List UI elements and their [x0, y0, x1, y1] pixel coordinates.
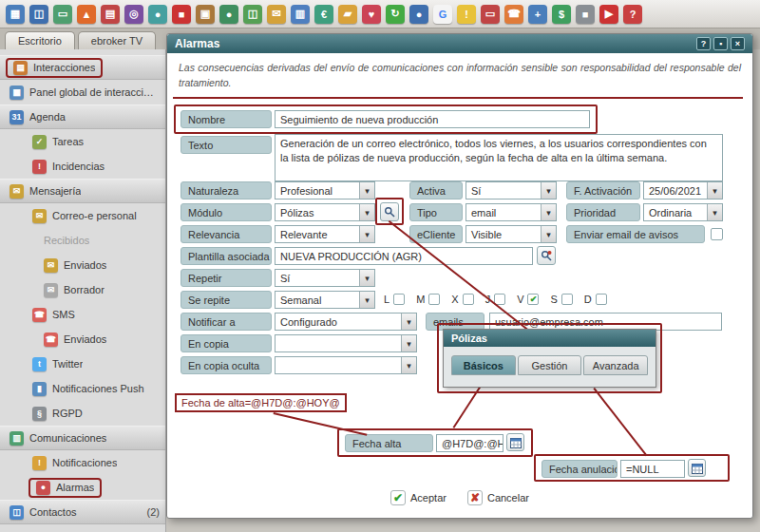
sidebar-item-incidencias[interactable]: !Incidencias: [0, 154, 165, 179]
day-checkbox-D[interactable]: [596, 294, 607, 305]
agenda-icon[interactable]: ◫: [29, 5, 48, 24]
prioridad-select[interactable]: Ordinaria: [643, 203, 723, 221]
kanban-icon[interactable]: ▤: [101, 5, 120, 24]
plantilla-lookup-button[interactable]: [537, 246, 556, 265]
tab-ebroker-tv[interactable]: ebroker TV: [78, 31, 156, 49]
money-icon[interactable]: $: [552, 5, 571, 24]
calendar-icon[interactable]: ▦: [6, 5, 25, 24]
sidebar-item-borrador[interactable]: ✉Borrador: [0, 277, 165, 302]
f-activacion-date-input[interactable]: 25/06/2021: [643, 181, 723, 200]
lock-icon[interactable]: ■: [576, 5, 595, 24]
naturaleza-label: Naturaleza: [180, 181, 272, 200]
help-icon[interactable]: ?: [623, 5, 642, 24]
team-icon[interactable]: ◫: [243, 5, 262, 24]
plantilla-input[interactable]: NUEVA PRODUCCIÓN (AGR): [275, 247, 533, 265]
sidebar-item-recibidos[interactable]: Recibidos: [0, 228, 165, 253]
tools-icon[interactable]: +: [528, 5, 547, 24]
tab-escritorio[interactable]: Escritorio: [5, 31, 75, 49]
cancel-button[interactable]: ✘ Cancelar: [467, 490, 529, 505]
fecha-alta-input[interactable]: @H7D@:@HC: [436, 434, 504, 452]
day-checkbox-S[interactable]: [561, 294, 573, 305]
modulo-label: Módulo: [180, 203, 272, 221]
sidebar-item-contactos[interactable]: ◫Contactos(2): [0, 500, 165, 524]
x-icon: ✘: [467, 490, 483, 505]
network-icon[interactable]: ●: [409, 5, 428, 24]
dialog-titlebar[interactable]: Alarmas ? ▪ ×: [167, 34, 752, 53]
naturaleza-select[interactable]: Profesional: [275, 181, 375, 200]
tipo-select[interactable]: email: [466, 203, 557, 221]
modulo-select[interactable]: Pólizas: [275, 203, 375, 221]
texto-textarea[interactable]: Generación de un correo electrónico, tod…: [275, 134, 723, 181]
polizas-panel-titlebar[interactable]: Pólizas: [444, 330, 656, 347]
sidebar-item-tareas[interactable]: ✓Tareas: [0, 129, 165, 154]
sidebar-item-sms[interactable]: ☎SMS: [0, 302, 165, 327]
en-copia-oculta-label: En copia oculta: [180, 356, 272, 374]
archive-icon[interactable]: ▣: [196, 5, 215, 24]
sidebar-item-mensajeria[interactable]: ✉Mensajería: [0, 179, 165, 203]
sync-icon[interactable]: ↻: [386, 5, 405, 24]
notificar-a-select[interactable]: Configurado: [275, 313, 417, 331]
day-checkbox-L[interactable]: [393, 294, 405, 305]
en-copia-oculta-select[interactable]: [275, 356, 417, 374]
sidebar-item-label: Mensajería: [29, 185, 81, 197]
sidebar-item-alarmas[interactable]: ●Alarmas: [0, 475, 165, 500]
euro-icon[interactable]: €: [314, 5, 333, 24]
sidebar-item-panel-global[interactable]: ▦Panel global de interacciones: [0, 80, 165, 104]
day-checkbox-J[interactable]: [494, 294, 505, 305]
modulo-lookup-button[interactable]: [380, 202, 399, 221]
video-icon[interactable]: ▶: [599, 5, 618, 24]
day-checkbox-V[interactable]: ✔: [527, 294, 539, 305]
enviar-avisos-checkbox[interactable]: [711, 228, 723, 240]
idea-icon[interactable]: !: [457, 5, 476, 24]
google-icon[interactable]: G: [433, 5, 452, 24]
favorites-icon[interactable]: ♥: [362, 5, 381, 24]
day-label-M: M: [416, 294, 425, 305]
magnifier-icon: [384, 206, 395, 218]
fecha-anulacion-calendar-button[interactable]: [688, 459, 706, 477]
sidebar-item-notificaciones-push[interactable]: ▮Notificaciones Push: [0, 376, 165, 401]
print-icon[interactable]: ▭: [481, 5, 500, 24]
mail-icon[interactable]: ✉: [267, 5, 286, 24]
folder-icon[interactable]: ▰: [338, 5, 357, 24]
polizas-tab-avanzada[interactable]: Avanzada: [583, 355, 648, 375]
relevancia-select[interactable]: Relevante: [275, 225, 375, 243]
fecha-alta-calendar-button[interactable]: [506, 433, 524, 451]
sidebar-item-agenda[interactable]: 31Agenda: [0, 104, 165, 129]
help-button[interactable]: ?: [696, 37, 711, 50]
globe-icon[interactable]: ●: [219, 5, 238, 24]
sidebar-item-sms-enviados[interactable]: ☎Enviados: [0, 327, 165, 352]
flame-icon[interactable]: ▲: [77, 5, 96, 24]
se-repite-select[interactable]: Semanal: [275, 291, 375, 309]
day-checkbox-M[interactable]: [428, 294, 440, 305]
en-copia-select[interactable]: [275, 334, 417, 352]
ecliente-select[interactable]: Visible: [466, 225, 557, 243]
close-button[interactable]: ×: [731, 37, 745, 50]
sidebar-item-enviados[interactable]: ✉Enviados: [0, 253, 165, 277]
communications-icon: ▥: [10, 431, 24, 446]
sidebar-item-comunicaciones[interactable]: ▥Comunicaciones: [0, 426, 165, 450]
desktop-icon[interactable]: ▭: [53, 5, 72, 24]
calendar-icon: [692, 463, 703, 474]
sidebar-item-twitter[interactable]: tTwitter: [0, 352, 165, 376]
minimize-button[interactable]: ▪: [713, 37, 728, 50]
day-label-D: D: [584, 294, 592, 305]
sidebar-item-correo-personal[interactable]: ✉Correo-e personal: [0, 203, 165, 228]
chart-icon[interactable]: ▥: [291, 5, 310, 24]
sidebar-item-notificaciones[interactable]: !Notificaciones: [0, 450, 165, 475]
repetir-select[interactable]: Sí: [275, 269, 375, 287]
sidebar-item-count: (2): [147, 506, 160, 518]
clock-icon[interactable]: ●: [148, 5, 167, 24]
day-checkbox-X[interactable]: [463, 294, 474, 305]
phone-icon[interactable]: ☎: [504, 5, 523, 24]
texto-label: Texto: [180, 136, 272, 154]
sidebar-item-rgpd[interactable]: §RGPD: [0, 401, 165, 426]
fecha-anulacion-input[interactable]: =NULL: [620, 460, 685, 478]
accept-button[interactable]: ✔ Aceptar: [390, 490, 446, 505]
polizas-tab-gestión[interactable]: Gestión: [518, 355, 582, 375]
sidebar-item-interacciones[interactable]: ▤Interacciones: [0, 55, 165, 80]
polizas-tab-básicos[interactable]: Básicos: [451, 355, 516, 375]
nombre-input[interactable]: Seguimiento de nueva producción: [275, 110, 590, 128]
stop-icon[interactable]: ■: [172, 5, 191, 24]
target-icon[interactable]: ◎: [124, 5, 143, 24]
activa-select[interactable]: Sí: [466, 181, 557, 200]
